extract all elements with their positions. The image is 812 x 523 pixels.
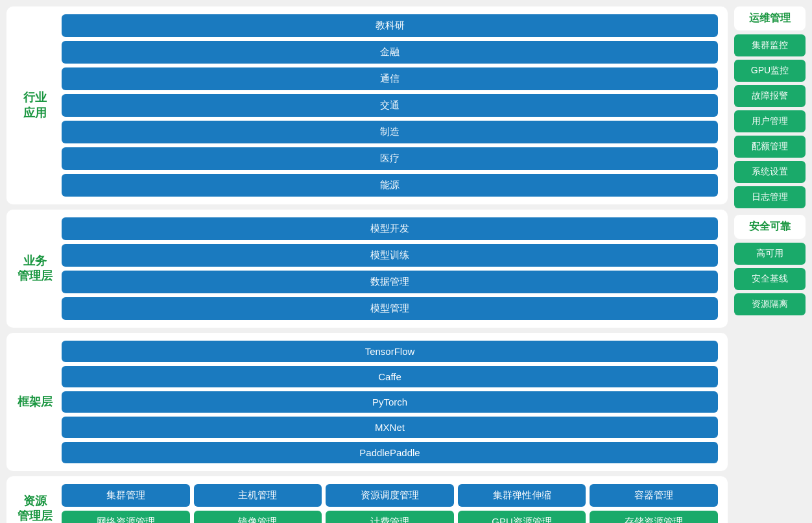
main-container: 行业 应用 教科研金融通信交通制造医疗能源 业务 管理层 模型开发模型训练数据管… — [6, 6, 806, 523]
business-row-card: 业务 管理层 模型开发模型训练数据管理模型管理 — [6, 210, 728, 328]
industry-tag: 制造 — [62, 121, 718, 143]
industry-row-card: 行业 应用 教科研金融通信交通制造医疗能源 — [6, 6, 728, 204]
framework-content: TensorFlowCaffePyTorchMXNetPaddlePaddle — [62, 341, 718, 463]
industry-tag: 医疗 — [62, 147, 718, 170]
res-mgmt-tag: 计费管理 — [326, 511, 454, 523]
business-tag: 数据管理 — [62, 271, 718, 293]
framework-tag: TensorFlow — [62, 341, 718, 362]
res-mgmt-tag: 容器管理 — [590, 484, 718, 507]
right-section2-items: 高可用安全基线资源隔离 — [734, 243, 806, 315]
left-panel: 行业 应用 教科研金融通信交通制造医疗能源 业务 管理层 模型开发模型训练数据管… — [6, 6, 728, 523]
resource-mgmt-row-card: 资源 管理层 集群管理主机管理资源调度管理集群弹性伸缩容器管理 网络资源管理镜像… — [6, 476, 728, 523]
res-mgmt-tag: 集群管理 — [62, 484, 190, 507]
framework-row-card: 框架层 TensorFlowCaffePyTorchMXNetPaddlePad… — [6, 333, 728, 471]
industry-tag: 通信 — [62, 67, 718, 90]
right-panel-tag: GPU监控 — [734, 60, 806, 82]
right-section1-items: 集群监控GPU监控故障报警用户管理配额管理系统设置日志管理 — [734, 34, 806, 208]
right-section2-label: 安全可靠 — [734, 215, 806, 239]
right-section1-label: 运维管理 — [734, 6, 806, 30]
framework-tag: Caffe — [62, 366, 718, 387]
right-panel-tag: 高可用 — [734, 243, 806, 265]
industry-tag: 金融 — [62, 41, 718, 64]
right-panel-tag: 安全基线 — [734, 268, 806, 290]
business-tag: 模型开发 — [62, 217, 718, 240]
right-panel-tag: 集群监控 — [734, 34, 806, 56]
industry-tag: 交通 — [62, 94, 718, 117]
right-panel-tag: 故障报警 — [734, 85, 806, 107]
business-tag: 模型训练 — [62, 244, 718, 267]
industry-tag: 教科研 — [62, 14, 718, 37]
right-panel-tag: 用户管理 — [734, 110, 806, 132]
res-mgmt-tag: 网络资源管理 — [62, 511, 190, 523]
right-panel-tag: 资源隔离 — [734, 293, 806, 315]
res-mgmt-row1: 集群管理主机管理资源调度管理集群弹性伸缩容器管理 — [62, 484, 718, 507]
framework-tag: PyTorch — [62, 391, 718, 413]
res-mgmt-tag: 集群弹性伸缩 — [458, 484, 586, 507]
framework-tag: MXNet — [62, 417, 718, 438]
resource-mgmt-label: 资源 管理层 — [16, 494, 54, 523]
right-panel-tag: 日志管理 — [734, 186, 806, 208]
business-label: 业务 管理层 — [16, 254, 54, 284]
framework-tag: PaddlePaddle — [62, 442, 718, 463]
industry-label: 行业 应用 — [16, 90, 54, 121]
industry-content: 教科研金融通信交通制造医疗能源 — [62, 14, 718, 197]
res-mgmt-tag: 镜像管理 — [194, 511, 322, 523]
resource-mgmt-content: 集群管理主机管理资源调度管理集群弹性伸缩容器管理 网络资源管理镜像管理计费管理G… — [62, 484, 718, 523]
res-mgmt-tag: 资源调度管理 — [326, 484, 454, 507]
right-panel-tag: 系统设置 — [734, 161, 806, 183]
res-mgmt-tag: 存储资源管理 — [590, 511, 718, 523]
framework-label: 框架层 — [16, 395, 54, 409]
business-tag: 模型管理 — [62, 297, 718, 320]
res-mgmt-row2: 网络资源管理镜像管理计费管理GPU资源管理存储资源管理 — [62, 511, 718, 523]
right-panel-tag: 配额管理 — [734, 136, 806, 158]
business-content: 模型开发模型训练数据管理模型管理 — [62, 217, 718, 320]
industry-tag: 能源 — [62, 174, 718, 197]
res-mgmt-tag: 主机管理 — [194, 484, 322, 507]
right-panel: 运维管理 集群监控GPU监控故障报警用户管理配额管理系统设置日志管理 安全可靠 … — [734, 6, 806, 523]
res-mgmt-tag: GPU资源管理 — [458, 511, 586, 523]
